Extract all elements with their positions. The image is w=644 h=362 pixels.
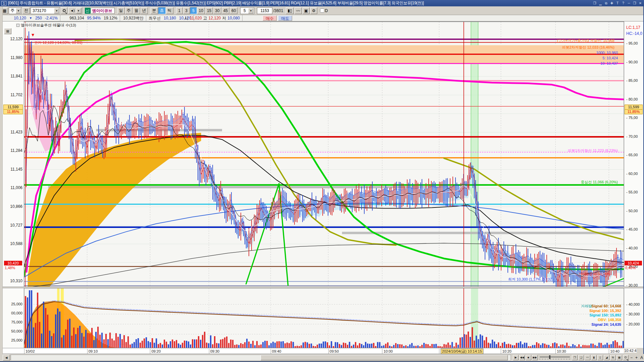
- button-틱[interactable]: 틱: [166, 7, 173, 14]
- down-arrow-icon: ▼: [29, 16, 32, 20]
- button-▦[interactable]: ▦: [616, 355, 622, 360]
- stock-code-combo[interactable]: 373170▼: [31, 7, 60, 14]
- time-tick: 10:00: [382, 349, 393, 354]
- d-checkbox[interactable]: [320, 8, 324, 13]
- buy-button[interactable]: 매수: [263, 15, 277, 21]
- svg-text:피봇2차저항선 12,033 (16,46%): 피봇2차저항선 12,033 (16,46%): [562, 45, 614, 49]
- scrollbar-thumb[interactable]: [261, 355, 508, 360]
- price-change: 250: [35, 16, 42, 20]
- time-tick: 09:50: [328, 349, 339, 354]
- chevron-down-icon[interactable]: ▼: [54, 8, 59, 13]
- cursor-time-label: 2024/10/04(금) 10:14:15: [441, 349, 483, 354]
- axis-label: 11,423: [10, 130, 22, 134]
- restore-icon[interactable]: ⧉: [604, 1, 608, 5]
- axis-label: - 40,00: [626, 246, 638, 250]
- restore2-icon[interactable]: ❐: [632, 1, 637, 5]
- button-30[interactable]: 30: [213, 7, 221, 14]
- chevron-down-icon[interactable]: ▼: [76, 8, 81, 13]
- price-info-bar: 10,120 ▼ 250 -2.41% 963,104 95.94% 19.12…: [0, 15, 644, 21]
- button-⧉[interactable]: ⧉: [610, 355, 616, 360]
- count-value: 5: [242, 8, 247, 13]
- amount-cell: 10,923백만: [120, 15, 146, 21]
- sell-button[interactable]: 매도: [278, 15, 292, 21]
- time-tick: 09:30: [209, 349, 220, 354]
- magnifier-icon: [625, 356, 627, 358]
- button-■[interactable]: ■: [526, 355, 531, 360]
- button-1[interactable]: 1: [176, 7, 183, 14]
- magnifier-button[interactable]: [623, 355, 629, 360]
- button-▣[interactable]: ▣: [303, 7, 310, 14]
- bottom-tool-icons: ❐❏〰▮▯◢⧉▦: [572, 355, 622, 360]
- button-10[interactable]: 10: [197, 7, 205, 14]
- button-▮▯[interactable]: ▮▯: [286, 7, 293, 14]
- popup-icon[interactable]: ❐: [592, 1, 597, 5]
- axis-label: - 50,00: [626, 209, 638, 213]
- pin-icon[interactable]: ✚: [609, 1, 614, 5]
- help-icon[interactable]: ?: [621, 1, 626, 5]
- minimize2-icon[interactable]: ─: [627, 1, 631, 5]
- main-chart-canvas[interactable]: 고가 12,120 (-14,03%, 09:01)(고가+저가+종가)/3 저…: [24, 21, 624, 287]
- button-〰[interactable]: 〰: [294, 7, 302, 14]
- axis-label: 11,599: [3, 105, 23, 110]
- button-년[interactable]: 년: [141, 7, 148, 14]
- chart-pane-header[interactable]: 엠아이큐브솔루션 매물대 수(13): [15, 23, 77, 28]
- sound-combo[interactable]: ◄)▼: [68, 7, 82, 14]
- title-bar[interactable]: 1 [0601] 주식종합차트 - 유통비율[30.6] 거래대금[10,923…: [0, 0, 644, 6]
- search-button[interactable]: [61, 7, 67, 14]
- svg-text:Signal 24: 14,635: Signal 24: 14,635: [591, 322, 621, 326]
- nav-button-group: ▶◀◀■▶▶: [513, 355, 538, 360]
- button-일[interactable]: 일: [117, 7, 125, 14]
- button-월[interactable]: 월: [133, 7, 140, 14]
- button-5[interactable]: 5: [190, 7, 197, 14]
- period-type-combo[interactable]: 주▼: [9, 7, 22, 14]
- minimize-icon[interactable]: ▁: [598, 1, 603, 5]
- horizontal-scrollbar[interactable]: [11, 355, 511, 361]
- jeon-button[interactable]: 전: [22, 7, 30, 14]
- scroll-left-button[interactable]: ◀: [3, 355, 10, 361]
- zoom-out-button[interactable]: −: [629, 355, 634, 360]
- time-axis: 10/0209:1009:2009:3009:4009:5010:0010:10…: [24, 348, 624, 354]
- svg-text:고가 12,120 (-14,03%, 09:01): 고가 12,120 (-14,03%, 09:01): [34, 41, 83, 45]
- button-▮[interactable]: ▮: [591, 355, 597, 360]
- button-◀◀[interactable]: ◀◀: [519, 355, 525, 360]
- axis-label: LC:1,17: [626, 25, 640, 30]
- button-60[interactable]: 60: [230, 7, 237, 14]
- button-주[interactable]: 주: [125, 7, 132, 14]
- count-combo[interactable]: 5▼: [240, 7, 254, 14]
- axis-label: 11,85%: [3, 109, 23, 114]
- chevron-down-icon[interactable]: ▼: [16, 8, 21, 13]
- button-▶[interactable]: ▶: [513, 355, 519, 360]
- button-❏[interactable]: ❏: [578, 355, 584, 360]
- volume-cell: 963,104 95.94% 19.12%: [60, 15, 120, 21]
- volume-pane-canvas[interactable]: 거래량Signal 60: 14,668Signal 100: 15,392Si…: [24, 288, 624, 348]
- open-label: 시: [184, 15, 189, 21]
- axis-label: HC:-14,0: [626, 31, 642, 36]
- button-15[interactable]: 15: [205, 7, 213, 14]
- button-초[interactable]: 초: [158, 7, 166, 14]
- text-icon[interactable]: T: [615, 1, 620, 5]
- zoom-slider[interactable]: [540, 355, 570, 360]
- button-3[interactable]: 3: [183, 7, 190, 14]
- button-〰[interactable]: 〰: [585, 355, 590, 360]
- auto-scale-button[interactable]: A: [639, 355, 644, 360]
- bar-index-input[interactable]: 1153: [257, 7, 272, 14]
- button-45[interactable]: 45: [222, 7, 229, 14]
- zoom-in-button[interactable]: +: [634, 355, 639, 360]
- grid-icon[interactable]: ⊞: [4, 28, 11, 34]
- trade-amount: 10,923백만: [123, 15, 144, 21]
- chevron-down-icon[interactable]: ▼: [248, 8, 253, 13]
- low-label: 저: [222, 15, 226, 21]
- button-❐[interactable]: ❐: [572, 355, 578, 360]
- window-controls: ❐▁⧉✚T?─❐✕: [592, 1, 643, 5]
- svg-text:Signal 100: 15,392: Signal 100: 15,392: [589, 309, 621, 313]
- axis-label: - 75,00: [626, 116, 638, 120]
- button-▯[interactable]: ▯: [597, 355, 603, 360]
- button-◢[interactable]: ◢: [604, 355, 609, 360]
- period-type-value: 주: [10, 8, 14, 13]
- button-⚙[interactable]: ⚙: [310, 7, 317, 14]
- screen-number-badge: 1: [1, 1, 6, 6]
- time-tick: 09:10: [87, 349, 98, 354]
- button-▶▶[interactable]: ▶▶: [532, 355, 538, 360]
- close-icon[interactable]: ✕: [638, 1, 643, 5]
- button-분[interactable]: 분: [151, 7, 158, 14]
